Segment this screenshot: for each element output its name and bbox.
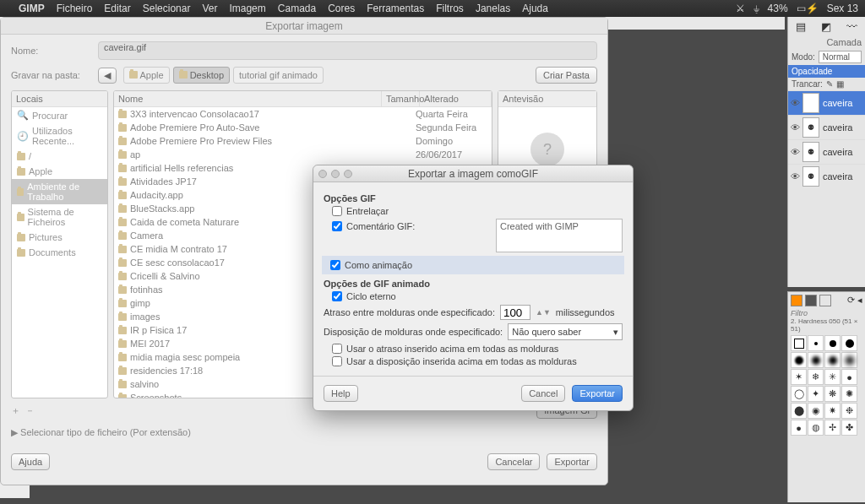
file-row[interactable]: 3X3 intervencao Consolacao17Quarta Feira bbox=[114, 107, 492, 121]
place-search[interactable]: 🔍 Procurar bbox=[12, 107, 107, 123]
filetype-expander[interactable]: ▶ Selecionar tipo de ficheiro (Por exten… bbox=[11, 427, 597, 438]
place-filesystem[interactable]: Sistema de Ficheiros bbox=[12, 204, 107, 230]
export-button[interactable]: Exportar bbox=[547, 453, 597, 470]
use-dispose-checkbox[interactable]: Usar a disposição inserida acima em toda… bbox=[332, 356, 623, 366]
brush-item[interactable] bbox=[824, 352, 841, 368]
brush-item[interactable]: ✳ bbox=[824, 369, 841, 385]
comment-checkbox[interactable]: Comentário GIF: bbox=[332, 221, 415, 231]
layer-row[interactable]: 👁⚉caveira bbox=[788, 90, 865, 115]
menu-filtros[interactable]: Filtros bbox=[436, 3, 464, 14]
brush-item[interactable]: ◯ bbox=[791, 386, 807, 402]
brush-item[interactable]: ✺ bbox=[841, 386, 857, 402]
eye-icon[interactable]: 👁 bbox=[791, 98, 799, 108]
brush-item[interactable] bbox=[808, 335, 824, 351]
menu-janelas[interactable]: Janelas bbox=[476, 3, 510, 14]
filename-input[interactable]: caveira.gif bbox=[98, 41, 597, 60]
file-row[interactable]: Adobe Premiere Pro Auto-SaveSegunda Feir… bbox=[114, 121, 492, 134]
eye-icon[interactable]: 👁 bbox=[791, 171, 799, 182]
gif-cancel-button[interactable]: Cancel bbox=[521, 385, 565, 402]
brush-item[interactable] bbox=[791, 352, 807, 368]
menu-ficheiro[interactable]: Ficheiro bbox=[57, 3, 93, 14]
gradient-tab[interactable] bbox=[819, 295, 831, 306]
brush-item[interactable]: ◉ bbox=[808, 403, 824, 419]
add-place[interactable]: ＋ bbox=[11, 404, 20, 417]
dispose-select[interactable]: Não quero saber▾ bbox=[508, 323, 623, 340]
col-name[interactable]: Nome bbox=[114, 91, 382, 106]
interlace-checkbox[interactable]: Entrelaçar bbox=[332, 206, 623, 216]
col-modified[interactable]: Alterado bbox=[420, 91, 492, 106]
opacity-slider[interactable]: Opacidade bbox=[788, 65, 865, 78]
tab-layers-icon[interactable]: ▤ bbox=[788, 17, 813, 35]
brush-item[interactable] bbox=[824, 335, 841, 351]
nav-back[interactable]: ◀ bbox=[98, 68, 117, 84]
use-delay-checkbox[interactable]: Usar o atraso inserido acima em todas as… bbox=[332, 344, 623, 354]
place-documents[interactable]: Documents bbox=[12, 245, 107, 260]
new-folder-button[interactable]: Criar Pasta bbox=[536, 67, 597, 84]
refresh-icon[interactable]: ⟳ bbox=[847, 295, 855, 306]
brush-item[interactable]: ◍ bbox=[808, 420, 824, 436]
pattern-tab[interactable] bbox=[805, 295, 817, 306]
brush-item[interactable]: ❋ bbox=[824, 386, 841, 402]
menu-icon[interactable]: ◂ bbox=[857, 295, 862, 306]
layer-row[interactable]: 👁⚉caveira bbox=[788, 164, 865, 188]
layer-row[interactable]: 👁⚉caveira bbox=[788, 139, 865, 164]
menu-camada[interactable]: Camada bbox=[278, 3, 316, 14]
app-name[interactable]: GIMP bbox=[19, 3, 45, 14]
brush-item[interactable] bbox=[791, 335, 807, 351]
col-size[interactable]: Tamanho bbox=[382, 91, 420, 106]
file-row[interactable]: ap26/06/2017 bbox=[114, 148, 492, 161]
delay-input[interactable] bbox=[500, 305, 530, 320]
blend-mode-select[interactable]: Normal bbox=[819, 51, 862, 63]
brush-item[interactable]: ❉ bbox=[841, 403, 857, 419]
brush-item[interactable]: ✤ bbox=[841, 420, 857, 436]
brush-item[interactable]: ❄ bbox=[808, 369, 824, 385]
brush-item[interactable] bbox=[841, 352, 857, 368]
eye-icon[interactable]: 👁 bbox=[791, 122, 799, 133]
tab-channels-icon[interactable]: ◩ bbox=[813, 17, 839, 35]
lock-pixels-icon[interactable]: ✎ bbox=[826, 79, 833, 89]
brush-item[interactable]: ✷ bbox=[824, 403, 841, 419]
menu-ferramentas[interactable]: Ferramentas bbox=[367, 3, 424, 14]
brush-item[interactable]: ✦ bbox=[808, 386, 824, 402]
comment-textarea[interactable]: Created with GIMP bbox=[496, 219, 623, 252]
brush-item[interactable]: ● bbox=[841, 369, 857, 385]
lock-alpha-icon[interactable]: ▦ bbox=[836, 79, 844, 89]
crumb-tutorial[interactable]: tutorial gif animado bbox=[233, 67, 324, 84]
gif-help-button[interactable]: Help bbox=[324, 385, 358, 402]
battery-icon: ▭⚡ bbox=[797, 3, 819, 14]
cancel-button[interactable]: Cancelar bbox=[487, 453, 540, 470]
crumb-desktop[interactable]: Desktop bbox=[173, 67, 230, 84]
place-recent[interactable]: 🕘 Utilizados Recente... bbox=[12, 123, 107, 149]
menubar: GIMP Ficheiro Editar Selecionar Ver Imag… bbox=[0, 0, 865, 17]
place-pictures[interactable]: Pictures bbox=[12, 230, 107, 245]
menu-ver[interactable]: Ver bbox=[202, 3, 217, 14]
as-animation-checkbox[interactable]: Como animação bbox=[330, 260, 624, 270]
brush-item[interactable]: ✢ bbox=[824, 420, 841, 436]
brush-tab[interactable] bbox=[791, 295, 802, 306]
remove-place[interactable]: － bbox=[25, 404, 35, 417]
layer-row[interactable]: 👁⚉caveira bbox=[788, 115, 865, 139]
brush-item[interactable]: ● bbox=[791, 420, 807, 436]
gif-export-button[interactable]: Exportar bbox=[572, 385, 623, 402]
wifi-icon[interactable]: ⏚ bbox=[753, 3, 759, 14]
help-button[interactable]: Ajuda bbox=[11, 453, 50, 470]
place-apple[interactable]: Apple bbox=[12, 164, 107, 179]
window-controls[interactable] bbox=[318, 170, 352, 178]
tab-paths-icon[interactable]: 〰 bbox=[840, 17, 865, 35]
menu-selecionar[interactable]: Selecionar bbox=[143, 3, 191, 14]
brush-item[interactable] bbox=[808, 352, 824, 368]
menu-imagem[interactable]: Imagem bbox=[229, 3, 265, 14]
place-root[interactable]: / bbox=[12, 149, 107, 164]
brush-item[interactable]: ⬤ bbox=[791, 403, 807, 419]
menu-ajuda[interactable]: Ajuda bbox=[522, 3, 548, 14]
crumb-apple[interactable]: Apple bbox=[123, 67, 170, 84]
menu-cores[interactable]: Cores bbox=[328, 3, 355, 14]
bluetooth-icon[interactable]: ⚔ bbox=[736, 3, 745, 14]
file-row[interactable]: Adobe Premiere Pro Preview FilesDomingo bbox=[114, 134, 492, 148]
brush-item[interactable]: ✶ bbox=[791, 369, 807, 385]
place-desktop[interactable]: Ambiente de Trabalho bbox=[12, 179, 107, 204]
eye-icon[interactable]: 👁 bbox=[791, 147, 799, 157]
loop-checkbox[interactable]: Ciclo eterno bbox=[332, 291, 623, 301]
brush-item[interactable] bbox=[841, 335, 857, 351]
menu-editar[interactable]: Editar bbox=[104, 3, 130, 14]
